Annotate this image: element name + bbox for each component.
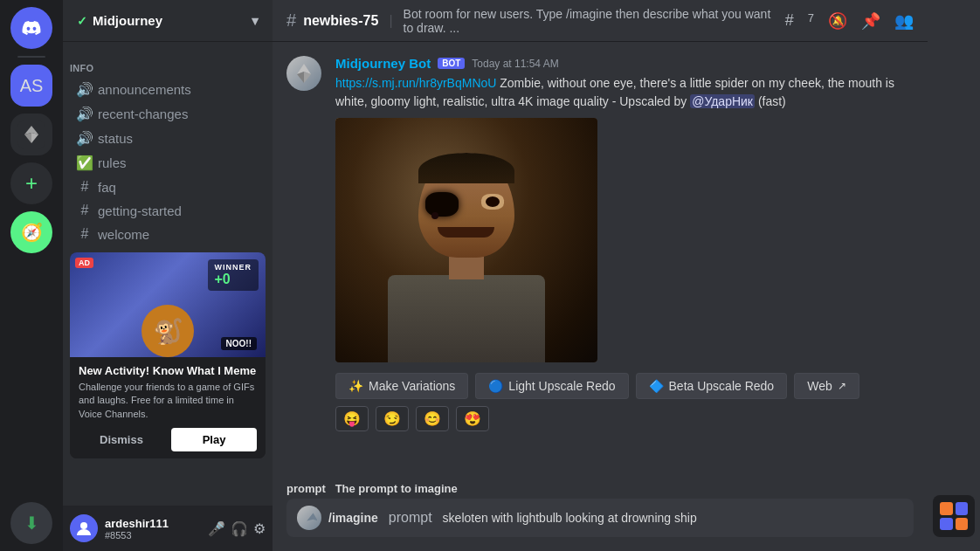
sidebar-item-status[interactable]: 🔊 status [70, 127, 266, 150]
promo-description: Challenge your friends to a game of GIFs… [79, 381, 257, 421]
reactions: 😝 😏 😊 😍 [335, 406, 914, 431]
user-bar: ardeshir111 #8553 🎤 🎧 ⚙ [63, 506, 273, 551]
external-link-icon: ↗ [838, 380, 846, 392]
reaction-smirk[interactable]: 😏 [376, 406, 409, 431]
channel-name: announcements [98, 82, 191, 97]
explore-icon[interactable]: 🧭 [10, 211, 52, 253]
light-upscale-redo-button[interactable]: 🔵 Light Upscale Redo [475, 373, 628, 399]
channel-name: recent-changes [98, 107, 188, 121]
user-tag: #8553 [105, 530, 201, 541]
discord-home-icon[interactable] [10, 7, 52, 49]
input-field-label: prompt [389, 510, 432, 526]
promo-monkey: 🐒 [141, 305, 194, 357]
messages-area: Midjourney Bot BOT Today at 11:54 AM htt… [273, 42, 928, 482]
user-info: ardeshir111 #8553 [105, 517, 201, 541]
input-command: /imagine [328, 511, 378, 525]
bot-avatar [286, 56, 321, 91]
settings-icon[interactable]: ⚙ [253, 520, 266, 537]
winner-label: WINNER [215, 263, 252, 272]
speaker-icon: 🔊 [77, 81, 93, 98]
sidebar-channels: INFO 🔊 announcements 🔊 recent-changes 🔊 … [63, 42, 273, 506]
sidebar-item-announcements[interactable]: 🔊 announcements [70, 78, 266, 101]
channel-description: Bot room for new users. Type /imagine th… [404, 7, 778, 35]
promo-buttons: Dismiss Play [79, 428, 257, 451]
promo-noo-text: NOO!! [221, 337, 257, 350]
svg-point-1 [80, 522, 87, 529]
bell-slash-icon[interactable]: 🔕 [828, 11, 847, 31]
beta-upscale-label: Beta Upscale Redo [669, 379, 775, 393]
sidebar-item-recent-changes[interactable]: 🔊 recent-changes [70, 102, 266, 126]
headset-icon[interactable]: 🎧 [231, 520, 248, 537]
imagine-input[interactable] [443, 511, 903, 525]
header-actions: # 7 🔕 📌 👥 [785, 11, 914, 31]
make-variations-button[interactable]: ✨ Make Variations [335, 373, 468, 399]
sidebar-item-rules[interactable]: ✅ rules [70, 151, 266, 175]
chevron-down-icon: ▾ [252, 13, 259, 29]
smile-emoji: 😊 [424, 410, 441, 427]
user-mention[interactable]: @УдарНик [690, 94, 755, 108]
separator [17, 56, 45, 58]
logo-block-orange-2 [956, 518, 969, 531]
input-row: /imagine prompt [286, 499, 914, 537]
reaction-heart-eyes[interactable]: 😍 [456, 406, 489, 431]
pin-icon[interactable]: 📌 [861, 11, 880, 31]
sidebar-item-getting-started[interactable]: # getting-started [70, 199, 266, 222]
sidebar-section-info: INFO [63, 49, 273, 77]
action-buttons: ✨ Make Variations 🔵 Light Upscale Redo 🔷… [335, 373, 914, 399]
generated-image[interactable] [335, 118, 597, 362]
mic-icon[interactable]: 🎤 [208, 520, 225, 537]
channel-header: # newbies-75 | Bot room for new users. T… [273, 0, 928, 42]
promo-image: AD WINNER +0 🐒 NOO!! [70, 252, 266, 357]
avatar [70, 514, 98, 542]
upscaled-by-text: - Upscaled by [612, 94, 687, 108]
message-text: https://s.mj.run/hr8yrBqMNoU Zombie, wit… [335, 74, 914, 111]
add-server-icon[interactable]: + [10, 162, 52, 204]
message-content: Midjourney Bot BOT Today at 11:54 AM htt… [335, 56, 914, 431]
hash-icon: # [77, 226, 93, 242]
main-content: # newbies-75 | Bot room for new users. T… [273, 0, 928, 551]
sparkle-icon: ✨ [349, 379, 363, 393]
reaction-grimace[interactable]: 😝 [335, 406, 369, 431]
members-icon[interactable]: 👥 [894, 11, 914, 31]
logo-grid [940, 502, 968, 530]
reaction-smile[interactable]: 😊 [416, 406, 449, 431]
server-name: Midjourney [93, 13, 162, 28]
heart-eyes-emoji: 😍 [464, 410, 481, 427]
diamond-icon: 🔷 [649, 379, 664, 393]
logo-block-blue-2 [940, 518, 953, 531]
rules-icon: ✅ [77, 155, 93, 171]
icon-bar: AS + 🧭 ⬇ [0, 0, 63, 551]
channel-name: rules [98, 155, 127, 170]
channel-name: welcome [98, 227, 149, 242]
sidebar-promo: AD WINNER +0 🐒 NOO!! New Activity! Know … [70, 252, 266, 458]
prompt-sublabel: The prompt to imagine [335, 482, 458, 495]
hash-icon: # [77, 203, 93, 218]
midjourney-avatar [286, 56, 321, 91]
message-link[interactable]: https://s.mj.run/hr8yrBqMNoU [335, 76, 496, 90]
sidebar-item-faq[interactable]: # faq [70, 176, 266, 198]
input-user-avatar [297, 506, 321, 530]
midjourney-server-icon[interactable] [10, 114, 52, 155]
user-name: ardeshir111 [105, 517, 201, 530]
member-count: 7 [808, 11, 814, 31]
web-label: Web [807, 379, 832, 393]
download-icon[interactable]: ⬇ [10, 502, 52, 544]
promo-body: New Activity! Know What I Meme Challenge… [70, 357, 266, 458]
hash-icon: # [77, 179, 93, 195]
web-button[interactable]: Web ↗ [794, 373, 859, 399]
make-variations-label: Make Variations [369, 379, 455, 393]
server-header[interactable]: ✓ Midjourney ▾ [63, 0, 273, 42]
light-upscale-label: Light Upscale Redo [508, 379, 615, 393]
server-as-icon[interactable]: AS [10, 65, 52, 107]
circle-icon: 🔵 [488, 379, 503, 393]
play-button[interactable]: Play [171, 428, 257, 451]
sender-name: Midjourney Bot [335, 56, 431, 71]
beta-upscale-redo-button[interactable]: 🔷 Beta Upscale Redo [636, 373, 788, 399]
channel-name: faq [98, 180, 116, 195]
dismiss-button[interactable]: Dismiss [79, 428, 164, 451]
bot-badge: BOT [438, 58, 465, 69]
sidebar-item-welcome[interactable]: # welcome [70, 223, 266, 245]
prompt-keyword: prompt [286, 482, 326, 495]
promo-badge: AD [75, 258, 93, 268]
speaker-icon: 🔊 [77, 106, 93, 122]
